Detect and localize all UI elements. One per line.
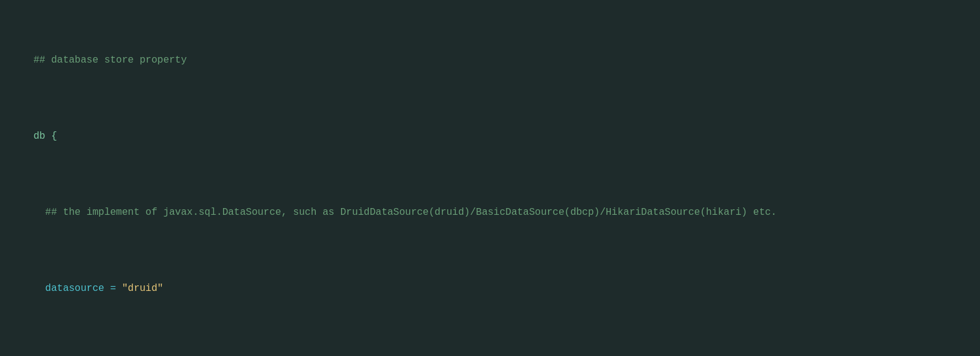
line-db-open: db { bbox=[10, 114, 970, 160]
line-comment1: ## the implement of javax.sql.DataSource… bbox=[10, 190, 970, 236]
comment-title: ## database store property bbox=[33, 55, 187, 66]
datasource-val: "druid" bbox=[122, 283, 163, 294]
line-datasource: datasource = "druid" bbox=[10, 266, 970, 312]
db-open: db { bbox=[33, 131, 57, 142]
datasource-eq: = bbox=[104, 283, 122, 294]
datasource-key: datasource bbox=[33, 283, 104, 294]
line-comment-title: ## database store property bbox=[10, 38, 970, 83]
line-comment2: ## mysql/oracle/postgresql/h2/oceanbase … bbox=[10, 342, 970, 356]
comment1: ## the implement of javax.sql.DataSource… bbox=[33, 207, 777, 218]
code-block: ## database store property db { ## the i… bbox=[10, 7, 970, 356]
